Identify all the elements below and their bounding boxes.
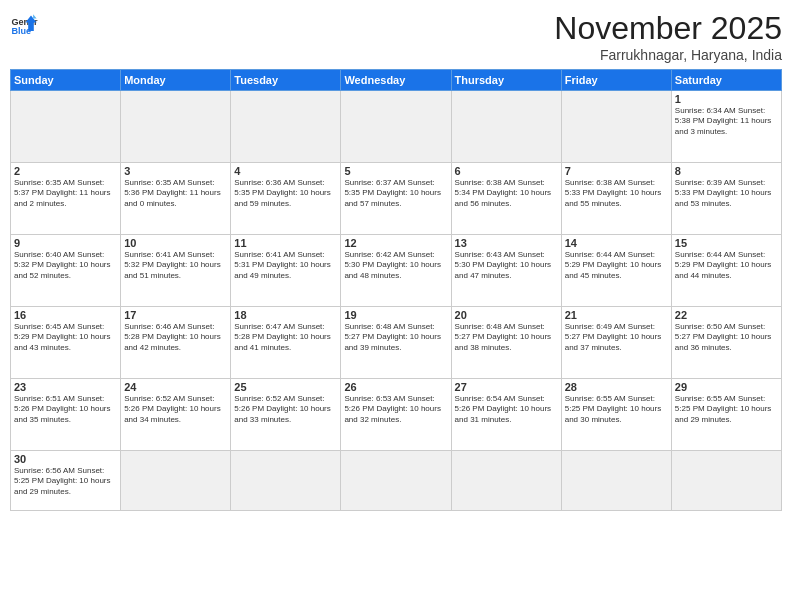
weekday-sunday: Sunday [11, 70, 121, 91]
day-info: Sunrise: 6:45 AM Sunset: 5:29 PM Dayligh… [14, 322, 117, 353]
day-number: 29 [675, 381, 778, 393]
day-info: Sunrise: 6:35 AM Sunset: 5:36 PM Dayligh… [124, 178, 227, 209]
day-number: 22 [675, 309, 778, 321]
day-info: Sunrise: 6:53 AM Sunset: 5:26 PM Dayligh… [344, 394, 447, 425]
calendar-cell [121, 91, 231, 163]
page: General Blue November 2025 Farrukhnagar,… [0, 0, 792, 612]
calendar-cell: 21Sunrise: 6:49 AM Sunset: 5:27 PM Dayli… [561, 307, 671, 379]
calendar-cell: 1Sunrise: 6:34 AM Sunset: 5:38 PM Daylig… [671, 91, 781, 163]
day-number: 15 [675, 237, 778, 249]
day-info: Sunrise: 6:37 AM Sunset: 5:35 PM Dayligh… [344, 178, 447, 209]
calendar-cell [561, 451, 671, 511]
weekday-tuesday: Tuesday [231, 70, 341, 91]
calendar-cell: 5Sunrise: 6:37 AM Sunset: 5:35 PM Daylig… [341, 163, 451, 235]
day-number: 20 [455, 309, 558, 321]
calendar-cell [231, 451, 341, 511]
day-info: Sunrise: 6:38 AM Sunset: 5:34 PM Dayligh… [455, 178, 558, 209]
month-title: November 2025 [554, 10, 782, 47]
calendar-cell [671, 451, 781, 511]
day-number: 27 [455, 381, 558, 393]
day-number: 8 [675, 165, 778, 177]
calendar-cell [341, 91, 451, 163]
day-number: 18 [234, 309, 337, 321]
day-info: Sunrise: 6:39 AM Sunset: 5:33 PM Dayligh… [675, 178, 778, 209]
day-number: 17 [124, 309, 227, 321]
day-info: Sunrise: 6:42 AM Sunset: 5:30 PM Dayligh… [344, 250, 447, 281]
calendar-cell: 8Sunrise: 6:39 AM Sunset: 5:33 PM Daylig… [671, 163, 781, 235]
day-info: Sunrise: 6:44 AM Sunset: 5:29 PM Dayligh… [565, 250, 668, 281]
day-number: 11 [234, 237, 337, 249]
location: Farrukhnagar, Haryana, India [554, 47, 782, 63]
calendar-cell: 12Sunrise: 6:42 AM Sunset: 5:30 PM Dayli… [341, 235, 451, 307]
calendar-cell: 17Sunrise: 6:46 AM Sunset: 5:28 PM Dayli… [121, 307, 231, 379]
day-info: Sunrise: 6:52 AM Sunset: 5:26 PM Dayligh… [234, 394, 337, 425]
weekday-wednesday: Wednesday [341, 70, 451, 91]
day-number: 28 [565, 381, 668, 393]
day-info: Sunrise: 6:48 AM Sunset: 5:27 PM Dayligh… [344, 322, 447, 353]
calendar-cell: 3Sunrise: 6:35 AM Sunset: 5:36 PM Daylig… [121, 163, 231, 235]
calendar: SundayMondayTuesdayWednesdayThursdayFrid… [10, 69, 782, 511]
calendar-cell: 9Sunrise: 6:40 AM Sunset: 5:32 PM Daylig… [11, 235, 121, 307]
day-info: Sunrise: 6:55 AM Sunset: 5:25 PM Dayligh… [675, 394, 778, 425]
calendar-cell: 13Sunrise: 6:43 AM Sunset: 5:30 PM Dayli… [451, 235, 561, 307]
calendar-cell: 4Sunrise: 6:36 AM Sunset: 5:35 PM Daylig… [231, 163, 341, 235]
calendar-cell: 14Sunrise: 6:44 AM Sunset: 5:29 PM Dayli… [561, 235, 671, 307]
svg-marker-3 [33, 14, 37, 18]
day-info: Sunrise: 6:49 AM Sunset: 5:27 PM Dayligh… [565, 322, 668, 353]
week-row-2: 2Sunrise: 6:35 AM Sunset: 5:37 PM Daylig… [11, 163, 782, 235]
calendar-cell [121, 451, 231, 511]
day-number: 5 [344, 165, 447, 177]
day-info: Sunrise: 6:50 AM Sunset: 5:27 PM Dayligh… [675, 322, 778, 353]
day-number: 12 [344, 237, 447, 249]
svg-text:Blue: Blue [11, 26, 31, 36]
weekday-header-row: SundayMondayTuesdayWednesdayThursdayFrid… [11, 70, 782, 91]
day-info: Sunrise: 6:46 AM Sunset: 5:28 PM Dayligh… [124, 322, 227, 353]
day-number: 2 [14, 165, 117, 177]
day-number: 19 [344, 309, 447, 321]
day-number: 7 [565, 165, 668, 177]
day-info: Sunrise: 6:41 AM Sunset: 5:32 PM Dayligh… [124, 250, 227, 281]
calendar-cell: 25Sunrise: 6:52 AM Sunset: 5:26 PM Dayli… [231, 379, 341, 451]
calendar-cell: 28Sunrise: 6:55 AM Sunset: 5:25 PM Dayli… [561, 379, 671, 451]
day-info: Sunrise: 6:55 AM Sunset: 5:25 PM Dayligh… [565, 394, 668, 425]
day-number: 4 [234, 165, 337, 177]
day-info: Sunrise: 6:41 AM Sunset: 5:31 PM Dayligh… [234, 250, 337, 281]
header: General Blue November 2025 Farrukhnagar,… [10, 10, 782, 63]
calendar-cell: 15Sunrise: 6:44 AM Sunset: 5:29 PM Dayli… [671, 235, 781, 307]
title-block: November 2025 Farrukhnagar, Haryana, Ind… [554, 10, 782, 63]
logo: General Blue [10, 10, 38, 38]
day-number: 3 [124, 165, 227, 177]
calendar-cell: 27Sunrise: 6:54 AM Sunset: 5:26 PM Dayli… [451, 379, 561, 451]
day-info: Sunrise: 6:47 AM Sunset: 5:28 PM Dayligh… [234, 322, 337, 353]
calendar-cell: 10Sunrise: 6:41 AM Sunset: 5:32 PM Dayli… [121, 235, 231, 307]
week-row-5: 23Sunrise: 6:51 AM Sunset: 5:26 PM Dayli… [11, 379, 782, 451]
calendar-cell: 18Sunrise: 6:47 AM Sunset: 5:28 PM Dayli… [231, 307, 341, 379]
week-row-4: 16Sunrise: 6:45 AM Sunset: 5:29 PM Dayli… [11, 307, 782, 379]
calendar-cell: 24Sunrise: 6:52 AM Sunset: 5:26 PM Dayli… [121, 379, 231, 451]
day-number: 25 [234, 381, 337, 393]
calendar-cell: 23Sunrise: 6:51 AM Sunset: 5:26 PM Dayli… [11, 379, 121, 451]
day-info: Sunrise: 6:56 AM Sunset: 5:25 PM Dayligh… [14, 466, 117, 497]
day-info: Sunrise: 6:44 AM Sunset: 5:29 PM Dayligh… [675, 250, 778, 281]
calendar-cell: 19Sunrise: 6:48 AM Sunset: 5:27 PM Dayli… [341, 307, 451, 379]
day-info: Sunrise: 6:35 AM Sunset: 5:37 PM Dayligh… [14, 178, 117, 209]
calendar-cell [561, 91, 671, 163]
calendar-cell: 16Sunrise: 6:45 AM Sunset: 5:29 PM Dayli… [11, 307, 121, 379]
calendar-cell: 2Sunrise: 6:35 AM Sunset: 5:37 PM Daylig… [11, 163, 121, 235]
day-number: 6 [455, 165, 558, 177]
calendar-cell [11, 91, 121, 163]
day-number: 24 [124, 381, 227, 393]
day-info: Sunrise: 6:51 AM Sunset: 5:26 PM Dayligh… [14, 394, 117, 425]
week-row-6: 30Sunrise: 6:56 AM Sunset: 5:25 PM Dayli… [11, 451, 782, 511]
calendar-cell: 26Sunrise: 6:53 AM Sunset: 5:26 PM Dayli… [341, 379, 451, 451]
day-info: Sunrise: 6:36 AM Sunset: 5:35 PM Dayligh… [234, 178, 337, 209]
day-info: Sunrise: 6:34 AM Sunset: 5:38 PM Dayligh… [675, 106, 778, 137]
calendar-cell: 30Sunrise: 6:56 AM Sunset: 5:25 PM Dayli… [11, 451, 121, 511]
day-number: 14 [565, 237, 668, 249]
calendar-cell: 22Sunrise: 6:50 AM Sunset: 5:27 PM Dayli… [671, 307, 781, 379]
weekday-monday: Monday [121, 70, 231, 91]
logo-icon: General Blue [10, 10, 38, 38]
calendar-cell: 11Sunrise: 6:41 AM Sunset: 5:31 PM Dayli… [231, 235, 341, 307]
calendar-cell: 29Sunrise: 6:55 AM Sunset: 5:25 PM Dayli… [671, 379, 781, 451]
calendar-cell [451, 91, 561, 163]
